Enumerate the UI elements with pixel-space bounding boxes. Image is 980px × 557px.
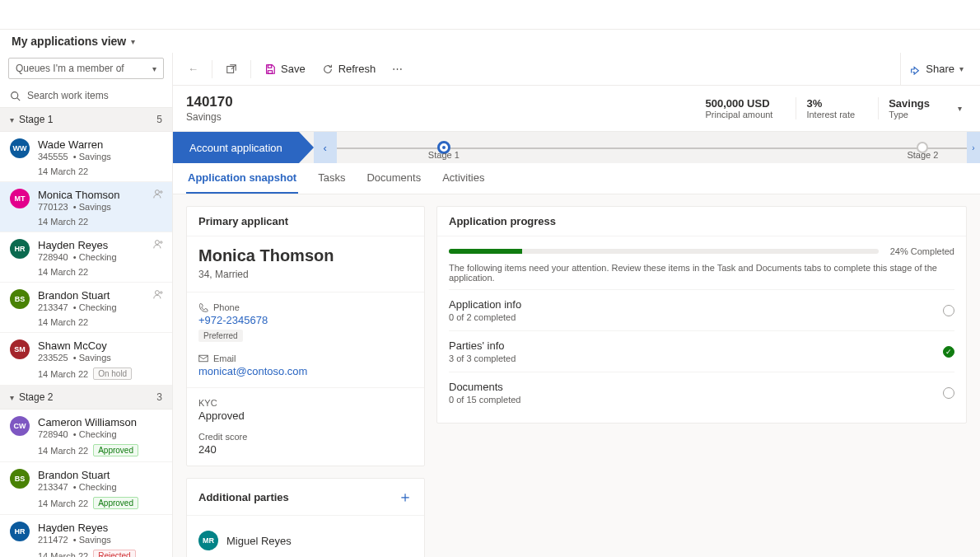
product-type: Savings [889, 97, 930, 110]
tab[interactable]: Tasks [316, 163, 347, 194]
tab[interactable]: Activities [441, 163, 486, 194]
sidebar: Queues I'm a member of ▾ Search work ite… [0, 53, 173, 557]
work-item-name: Hayden Reyes [38, 239, 162, 251]
work-item[interactable]: HR Hayden Reyes 728940 • Checking 14 Mar… [0, 232, 172, 283]
save-icon [264, 63, 276, 75]
record-header: 140170 Savings 500,000 USD Principal amo… [173, 86, 980, 132]
share-button[interactable]: Share ▾ [900, 53, 972, 85]
progress-item-sub: 0 of 15 completed [449, 395, 520, 405]
preferred-tag: Preferred [198, 330, 243, 342]
stage-pill-label: Account application [189, 142, 282, 154]
stage-label: Stage 2 [19, 391, 53, 403]
stage-label: Stage 1 [19, 114, 53, 125]
record-type: Savings [186, 111, 696, 123]
work-item-sub: 728940 • Checking [38, 252, 162, 262]
stage-prev-button[interactable]: ‹ [314, 132, 337, 163]
avatar: BS [10, 289, 30, 309]
applicant-email[interactable]: monicat@contoso.com [198, 365, 413, 377]
arrow-left-icon: ← [188, 63, 198, 75]
person-icon [153, 239, 164, 250]
stage-pill[interactable]: Account application [173, 132, 299, 163]
content: ← Save Refresh ⋯ Share ▾ [173, 53, 980, 557]
work-item-sub: 211472 • Savings [38, 535, 162, 545]
work-item-date: 14 March 22 Approved [38, 497, 162, 509]
work-item[interactable]: MT Monica Thomson 770123 • Savings 14 Ma… [0, 182, 172, 232]
work-item-date: 14 March 22 Approved [38, 444, 162, 456]
avatar: WW [10, 138, 30, 158]
status-badge: Approved [93, 444, 138, 456]
work-item-date: 14 March 22 On hold [38, 367, 162, 380]
tab[interactable]: Application snapshot [186, 163, 298, 194]
stage-header[interactable]: ▾Stage 23 [0, 386, 172, 410]
work-item[interactable]: SM Shawn McCoy 233525 • Savings 14 March… [0, 333, 172, 386]
additional-parties-header: Additional parties [198, 491, 289, 503]
circle-icon [943, 305, 954, 316]
more-button[interactable]: ⋯ [385, 59, 411, 79]
work-item-sub: 770123 • Savings [38, 202, 162, 212]
svg-point-4 [155, 241, 159, 245]
applicant-name: Monica Thomson [198, 246, 413, 265]
status-badge: Approved [93, 497, 138, 509]
work-item-sub: 213347 • Checking [38, 482, 162, 492]
primary-applicant-card: Primary applicant Monica Thomson 34, Mar… [186, 206, 425, 466]
avatar: SM [10, 339, 30, 359]
avatar: MR [198, 531, 218, 550]
progress-item[interactable]: Documents0 of 15 completed [449, 372, 954, 413]
svg-rect-8 [227, 66, 234, 73]
svg-rect-10 [268, 64, 271, 68]
progress-item-sub: 3 of 3 completed [449, 353, 516, 363]
progress-bar [449, 249, 879, 254]
credit-score-value: 240 [198, 443, 413, 456]
back-button[interactable]: ← [181, 59, 205, 79]
search-placeholder: Search work items [27, 90, 109, 101]
top-bar [0, 0, 980, 30]
svg-rect-11 [199, 355, 208, 362]
person-icon [153, 289, 164, 300]
save-button[interactable]: Save [258, 59, 312, 79]
work-item-sub: 233525 • Savings [38, 353, 162, 363]
refresh-label: Refresh [338, 63, 376, 75]
stage-bar: Account application ‹ Stage 1 Stage 2 › [173, 132, 980, 163]
stage-next-button[interactable]: › [967, 132, 980, 163]
applicant-phone[interactable]: +972-2345678 [198, 314, 413, 326]
open-new-button[interactable] [219, 59, 244, 79]
refresh-button[interactable]: Refresh [315, 59, 383, 79]
tabs: Application snapshotTasksDocumentsActivi… [173, 163, 980, 194]
chevron-down-icon: ▾ [959, 64, 964, 73]
chevron-down-icon[interactable]: ▾ [953, 104, 967, 113]
work-item[interactable]: WW Wade Warren 345555 • Savings 14 March… [0, 132, 172, 182]
progress-item[interactable]: Parties' info3 of 3 completed [449, 330, 954, 372]
more-icon: ⋯ [392, 63, 404, 75]
phone-label: Phone [213, 302, 240, 312]
work-item[interactable]: BS Brandon Stuart 213347 • Checking 14 M… [0, 462, 172, 515]
party-row[interactable]: MRMiguel Reyes [198, 526, 413, 555]
work-item-date: 14 March 22 Rejected [38, 550, 162, 557]
status-badge: On hold [93, 367, 132, 380]
additional-parties-card: Additional parties ＋ MRMiguel ReyesDTDav… [186, 478, 425, 557]
search-icon [10, 91, 21, 101]
share-icon [909, 63, 921, 75]
view-header[interactable]: My applications view ▾ [0, 30, 980, 53]
circle-icon [943, 387, 954, 399]
search-input[interactable]: Search work items [0, 84, 172, 108]
primary-applicant-header: Primary applicant [187, 207, 424, 236]
work-item-name: Wade Warren [38, 138, 162, 151]
stage-node-2-label: Stage 2 [907, 150, 938, 160]
queue-dropdown[interactable]: Queues I'm a member of ▾ [8, 58, 164, 79]
work-item[interactable]: CW Cameron Williamson 728940 • Checking … [0, 410, 172, 462]
add-party-button[interactable]: ＋ [398, 487, 413, 507]
work-item-name: Cameron Williamson [38, 416, 162, 428]
progress-item[interactable]: Application info0 of 2 completed [449, 289, 954, 330]
application-progress-header: Application progress [437, 207, 966, 236]
svg-point-0 [12, 91, 18, 98]
save-label: Save [281, 63, 306, 75]
tab[interactable]: Documents [365, 163, 422, 194]
svg-point-5 [161, 241, 162, 243]
work-item[interactable]: BS Brandon Stuart 213347 • Checking 14 M… [0, 283, 172, 333]
work-item-date: 14 March 22 [38, 267, 162, 277]
stage-header[interactable]: ▾Stage 15 [0, 108, 172, 132]
work-item-sub: 345555 • Savings [38, 152, 162, 161]
progress-item-title: Documents [449, 381, 520, 393]
kyc-label: KYC [198, 398, 217, 408]
work-item[interactable]: HR Hayden Reyes 211472 • Savings 14 Marc… [0, 515, 172, 557]
